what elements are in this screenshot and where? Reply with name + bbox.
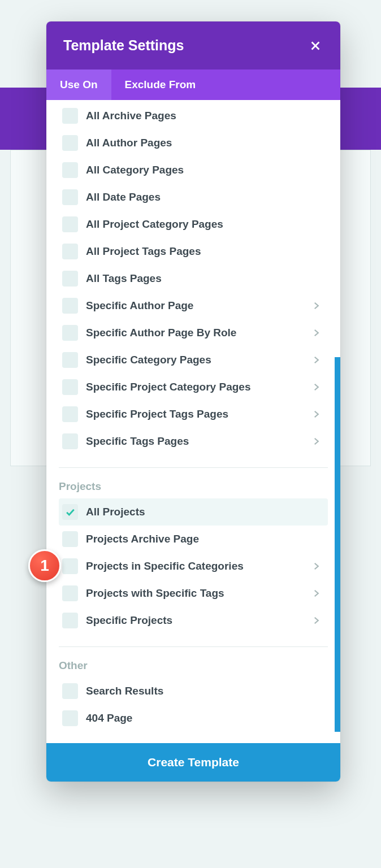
option-label: Specific Tags Pages — [86, 435, 311, 448]
modal-header: Template Settings — [46, 21, 340, 70]
option-row[interactable]: 404 Page — [59, 705, 328, 732]
checkbox-unchecked[interactable] — [62, 216, 78, 232]
chevron-right-icon — [311, 561, 321, 571]
checkbox-unchecked[interactable] — [62, 298, 78, 314]
option-row[interactable]: Projects Archive Page — [59, 526, 328, 553]
option-row[interactable]: All Project Tags Pages — [59, 238, 328, 265]
option-row[interactable]: All Project Category Pages — [59, 211, 328, 238]
option-row[interactable]: Specific Category Pages — [59, 346, 328, 374]
scrollbar[interactable] — [335, 357, 340, 732]
checkbox-unchecked[interactable] — [62, 162, 78, 178]
checkbox-unchecked[interactable] — [62, 710, 78, 726]
checkbox-unchecked[interactable] — [62, 531, 78, 547]
option-row[interactable]: Projects with Specific Tags — [59, 580, 328, 607]
template-settings-modal: Template Settings Use On Exclude From Al… — [46, 21, 340, 782]
chevron-right-icon — [311, 436, 321, 446]
option-row[interactable]: All Author Pages — [59, 129, 328, 157]
option-label: Specific Category Pages — [86, 354, 311, 366]
section: All Archive PagesAll Author PagesAll Cat… — [59, 102, 328, 455]
option-row[interactable]: Specific Author Page — [59, 292, 328, 319]
checkbox-unchecked[interactable] — [62, 325, 78, 341]
option-label: All Author Pages — [86, 137, 321, 149]
checkbox-unchecked[interactable] — [62, 683, 78, 699]
chevron-right-icon — [311, 328, 321, 338]
option-row[interactable]: Specific Tags Pages — [59, 428, 328, 455]
checkbox-unchecked[interactable] — [62, 406, 78, 422]
option-row[interactable]: Specific Projects — [59, 607, 328, 634]
checkbox-unchecked[interactable] — [62, 585, 78, 601]
option-label: All Date Pages — [86, 191, 321, 203]
option-label: Search Results — [86, 685, 321, 697]
check-icon — [64, 506, 76, 518]
section: ProjectsAll ProjectsProjects Archive Pag… — [59, 467, 328, 634]
option-label: All Category Pages — [86, 164, 321, 176]
options-list: All Archive PagesAll Author PagesAll Cat… — [46, 100, 340, 732]
checkbox-unchecked[interactable] — [62, 135, 78, 151]
chevron-right-icon — [311, 588, 321, 598]
option-label: Specific Project Category Pages — [86, 381, 311, 393]
option-label: Specific Project Tags Pages — [86, 408, 311, 420]
tab-use-on[interactable]: Use On — [46, 70, 111, 100]
option-row[interactable]: Search Results — [59, 678, 328, 705]
checkbox-unchecked[interactable] — [62, 189, 78, 205]
create-template-button[interactable]: Create Template — [46, 743, 340, 782]
option-row[interactable]: Specific Author Page By Role — [59, 319, 328, 346]
checkbox-unchecked[interactable] — [62, 613, 78, 628]
option-label: Specific Author Page — [86, 300, 311, 312]
close-icon — [309, 40, 322, 52]
option-row[interactable]: All Category Pages — [59, 157, 328, 184]
checkbox-checked[interactable] — [62, 504, 78, 520]
option-label: All Tags Pages — [86, 272, 321, 285]
option-row[interactable]: All Tags Pages — [59, 265, 328, 292]
option-row[interactable]: Specific Project Tags Pages — [59, 401, 328, 428]
checkbox-unchecked[interactable] — [62, 244, 78, 259]
option-label: All Archive Pages — [86, 110, 321, 122]
tabs: Use On Exclude From — [46, 70, 340, 100]
checkbox-unchecked[interactable] — [62, 108, 78, 124]
checkbox-unchecked[interactable] — [62, 433, 78, 449]
option-row[interactable]: All Archive Pages — [59, 102, 328, 129]
option-row[interactable]: All Projects — [59, 498, 328, 526]
checkbox-unchecked[interactable] — [62, 352, 78, 368]
option-label: Projects in Specific Categories — [86, 560, 311, 572]
option-label: All Project Category Pages — [86, 218, 321, 231]
checkbox-unchecked[interactable] — [62, 379, 78, 395]
option-row[interactable]: All Date Pages — [59, 184, 328, 211]
chevron-right-icon — [311, 409, 321, 419]
option-label: All Project Tags Pages — [86, 245, 321, 258]
annotation-badge-1: 1 — [28, 549, 61, 582]
chevron-right-icon — [311, 615, 321, 626]
section-title: Projects — [59, 480, 328, 498]
close-button[interactable] — [308, 38, 323, 54]
checkbox-unchecked[interactable] — [62, 271, 78, 287]
option-label: Specific Author Page By Role — [86, 327, 311, 339]
chevron-right-icon — [311, 382, 321, 392]
option-label: Projects with Specific Tags — [86, 587, 311, 600]
chevron-right-icon — [311, 301, 321, 311]
section: OtherSearch Results404 Page — [59, 646, 328, 732]
option-row[interactable]: Specific Project Category Pages — [59, 374, 328, 401]
chevron-right-icon — [311, 355, 321, 365]
option-label: 404 Page — [86, 712, 321, 724]
checkbox-unchecked[interactable] — [62, 558, 78, 574]
option-label: All Projects — [86, 506, 321, 518]
option-row[interactable]: Projects in Specific Categories — [59, 553, 328, 580]
section-title: Other — [59, 659, 328, 678]
modal-title: Template Settings — [63, 37, 184, 54]
tab-exclude-from[interactable]: Exclude From — [111, 70, 210, 100]
option-label: Specific Projects — [86, 614, 311, 627]
option-label: Projects Archive Page — [86, 533, 321, 545]
content-wrap: All Archive PagesAll Author PagesAll Cat… — [46, 100, 340, 732]
